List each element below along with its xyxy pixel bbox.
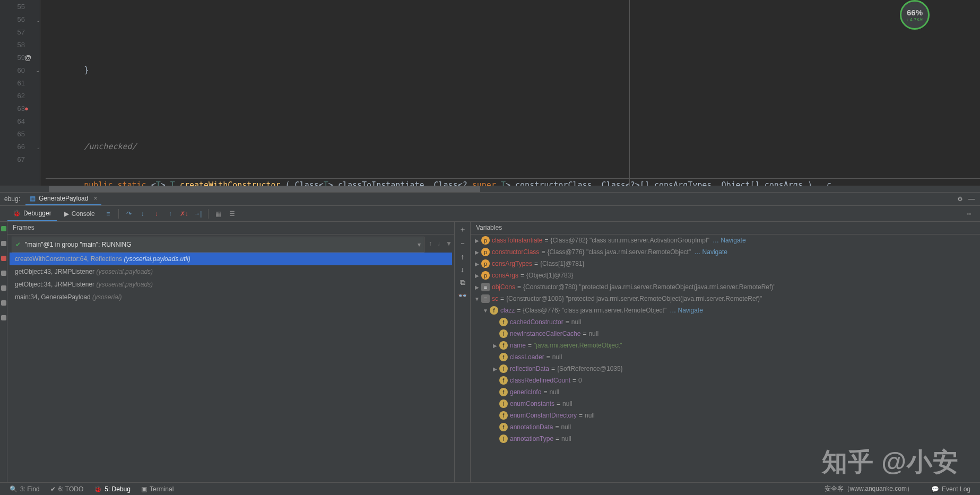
frames-list[interactable]: createWithConstructor:64, Reflections (y… <box>7 253 454 303</box>
variable-row[interactable]: ▶fclassRedefinedCount = 0 <box>471 375 980 386</box>
navigate-link[interactable]: … Navigate <box>694 248 727 256</box>
variable-row[interactable]: ▶freflectionData = {SoftReference@1035} <box>471 363 980 375</box>
variable-row[interactable]: ▼fclazz = {Class@776} "class java.rmi.se… <box>471 305 980 316</box>
expand-icon[interactable]: ▶ <box>473 284 481 290</box>
field-icon: f <box>490 306 498 315</box>
variable-row[interactable]: ▶fgenericInfo = null <box>471 386 980 398</box>
mute-breakpoints-icon[interactable] <box>1 285 6 291</box>
step-over-icon[interactable]: ↷ <box>123 208 135 220</box>
variable-row[interactable]: ▼≡sc = {Constructor@1006} "protected jav… <box>471 293 980 305</box>
variable-row[interactable]: ▶fenumConstants = null <box>471 398 980 410</box>
debug-sub-toolbar: 🐞Debugger ▶Console ≡ ↷ ↓ ↓ ↑ ✗↓ →| ▦ ☰ ▫… <box>0 206 980 222</box>
expand-icon[interactable]: ▶ <box>473 261 481 267</box>
debugger-tab[interactable]: 🐞Debugger <box>7 206 57 221</box>
pause-icon[interactable] <box>1 241 6 246</box>
settings-icon[interactable]: ⚙ <box>957 195 963 203</box>
dropdown-icon[interactable]: ▾ <box>418 241 421 248</box>
variable-row[interactable]: ▶fcachedConstructor = null <box>471 316 980 328</box>
expand-icon[interactable]: ▶ <box>491 343 499 349</box>
variable-row[interactable]: ▶≡objCons = {Constructor@780} "protected… <box>471 281 980 293</box>
stack-frame[interactable]: createWithConstructor:64, Reflections (y… <box>10 253 452 265</box>
variable-row[interactable]: ▶fclassLoader = null <box>471 351 980 363</box>
code-line: /unchecked/ <box>46 142 137 151</box>
variable-row[interactable]: ▶fenumConstantDirectory = null <box>471 410 980 421</box>
at-icon: @ <box>24 54 31 62</box>
fold-end-icon[interactable]: ⌟ <box>37 144 40 150</box>
event-log-tool[interactable]: 💬Event Log <box>926 484 976 493</box>
debug-tool[interactable]: 🐞5: Debug <box>89 485 136 493</box>
variable-row[interactable]: ▶pconsArgs = {Object[1]@783} <box>471 270 980 281</box>
copy-icon[interactable]: ⧉ <box>460 278 465 287</box>
stack-frame[interactable]: main:34, GeneratePayload (ysoserial) <box>10 291 452 303</box>
more2-icon[interactable] <box>1 315 6 320</box>
terminal-tool[interactable]: ▣Terminal <box>136 485 179 493</box>
console-tab[interactable]: ▶Console <box>59 207 100 221</box>
expand-icon[interactable]: ▼ <box>481 308 490 314</box>
force-step-into-icon[interactable]: ↓ <box>151 208 162 220</box>
filter-icon[interactable]: ▼ <box>446 240 452 247</box>
step-out-icon[interactable]: ↑ <box>164 208 176 220</box>
frames-panel: Frames ✔ "main"@1 in group "main": RUNNI… <box>7 222 455 482</box>
threads-icon[interactable]: ≡ <box>102 208 114 220</box>
horizontal-scrollbar[interactable] <box>0 186 980 192</box>
stack-frame[interactable]: getObject:43, JRMPListener (ysoserial.pa… <box>10 265 452 278</box>
local-icon: ≡ <box>481 294 490 303</box>
variable-row[interactable]: ▶fnewInstanceCallerCache = null <box>471 328 980 340</box>
add-watch-icon[interactable]: ＋ <box>459 225 466 235</box>
param-icon: p <box>481 248 490 256</box>
line-number: 59@ <box>0 51 40 64</box>
layout-icon[interactable]: ▫▫ <box>963 208 975 220</box>
line-number: 58 <box>0 38 40 51</box>
find-tool[interactable]: 🔍3: Find <box>4 485 45 493</box>
stack-frame[interactable]: getObject:34, JRMPListener (ysoserial.pa… <box>10 278 452 291</box>
variables-tree[interactable]: ▶pclassToInstantiate = {Class@782} "clas… <box>471 235 980 445</box>
stop-icon[interactable] <box>1 256 6 261</box>
evaluate-icon[interactable]: ▦ <box>213 208 224 220</box>
minimize-icon[interactable]: — <box>968 195 975 203</box>
variable-row[interactable]: ▶pclassToInstantiate = {Class@782} "clas… <box>471 235 980 246</box>
more-icon[interactable] <box>1 300 6 306</box>
line-number: 63● <box>0 102 40 115</box>
expand-icon[interactable]: ▼ <box>473 296 481 302</box>
step-into-icon[interactable]: ↓ <box>137 208 149 220</box>
performance-badge[interactable]: 66% ↓ 4.7K/s <box>900 0 930 30</box>
variable-row[interactable]: ▶fannotationData = null <box>471 421 980 433</box>
run-to-cursor-icon[interactable]: →| <box>192 208 204 220</box>
thread-selector[interactable]: ✔ "main"@1 in group "main": RUNNING ▾ <box>12 237 424 253</box>
todo-tool[interactable]: ✔6: TODO <box>45 485 89 493</box>
expand-icon[interactable]: ▶ <box>473 249 481 255</box>
variable-row[interactable]: ▶fname = "java.rmi.server.RemoteObject" <box>471 340 980 351</box>
field-icon: f <box>499 318 508 326</box>
console-icon: ▶ <box>64 210 69 218</box>
frames-header: Frames <box>7 222 454 235</box>
trace-icon[interactable]: ☰ <box>227 208 238 220</box>
line-number: 60⌄ <box>0 64 40 76</box>
next-frame-icon[interactable]: ↓ <box>437 240 440 247</box>
expand-icon[interactable]: ▶ <box>473 273 481 279</box>
resume-icon[interactable] <box>1 226 6 231</box>
code-content[interactable]: } /unchecked/ public static <T> T create… <box>40 0 980 186</box>
expand-icon[interactable]: ▶ <box>491 366 499 372</box>
expand-icon[interactable]: ▶ <box>473 238 481 244</box>
variable-row[interactable]: ▶pconstructorClass = {Class@776} "class … <box>471 246 980 258</box>
glasses-icon[interactable]: 👓 <box>458 291 467 300</box>
tab-close-icon[interactable]: × <box>93 195 97 202</box>
navigate-link[interactable]: … Navigate <box>713 237 746 244</box>
event-icon: 💬 <box>931 485 939 493</box>
variable-row[interactable]: ▶fannotationType = null <box>471 433 980 445</box>
remove-watch-icon[interactable]: － <box>459 239 466 248</box>
move-down-icon[interactable]: ↓ <box>461 265 464 274</box>
navigate-link[interactable]: … Navigate <box>670 307 703 314</box>
terminal-icon: ▣ <box>141 485 147 493</box>
move-up-icon[interactable]: ↑ <box>461 253 464 261</box>
line-number: 65 <box>0 127 40 140</box>
variable-row[interactable]: ▶pconsArgTypes = {Class[1]@781} <box>471 258 980 270</box>
drop-frame-icon[interactable]: ✗↓ <box>178 208 190 220</box>
prev-frame-icon[interactable]: ↑ <box>429 240 432 247</box>
breakpoint-icon[interactable]: ● <box>24 105 29 112</box>
fold-end-icon[interactable]: ⌟ <box>37 16 40 22</box>
view-breakpoints-icon[interactable] <box>1 271 6 276</box>
run-config-tab[interactable]: ▦ GeneratePayload × <box>25 193 101 205</box>
fold-start-icon[interactable]: ⌄ <box>36 67 40 73</box>
todo-icon: ✔ <box>50 485 56 493</box>
